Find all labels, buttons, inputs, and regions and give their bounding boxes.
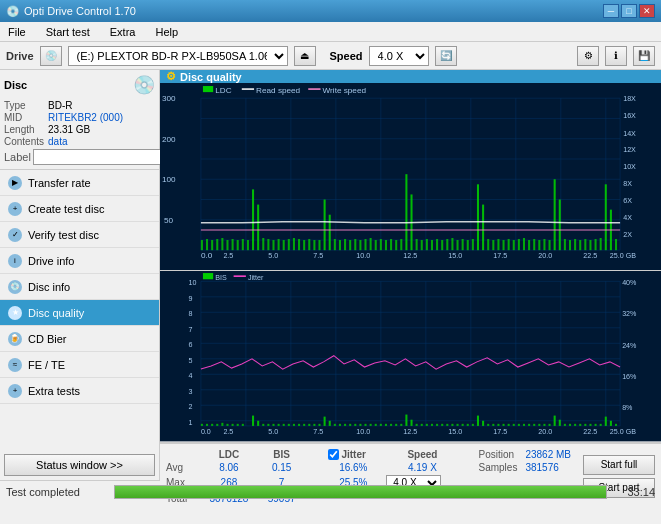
info-button[interactable]: ℹ <box>605 46 627 66</box>
svg-rect-58 <box>390 239 392 250</box>
top-chart-section: 300 200 100 50 0.0 18X 16X 14X 12X 10X 8… <box>160 83 661 271</box>
svg-text:15.0: 15.0 <box>448 252 462 260</box>
nav-label-extra-tests: Extra tests <box>28 385 80 397</box>
avg-bis: 0.15 <box>263 461 309 474</box>
bottom-chart-section: 10 9 8 7 6 5 4 3 2 1 0.0 40% 32% 24% 16% <box>160 271 661 442</box>
create-test-disc-icon: + <box>8 202 22 216</box>
svg-rect-35 <box>272 240 274 250</box>
svg-text:18X: 18X <box>623 95 636 103</box>
nav-label-create-test-disc: Create test disc <box>28 203 104 215</box>
sidebar-item-extra-tests[interactable]: + Extra tests <box>0 378 159 404</box>
svg-rect-227 <box>569 424 571 426</box>
svg-rect-28 <box>237 240 239 250</box>
svg-rect-87 <box>538 240 540 250</box>
svg-rect-214 <box>503 424 505 426</box>
svg-rect-263 <box>203 274 213 280</box>
jitter-header: Jitter <box>328 448 386 461</box>
svg-rect-76 <box>482 205 484 251</box>
svg-rect-21 <box>201 240 203 250</box>
progress-bar-background <box>114 485 607 499</box>
svg-text:5: 5 <box>189 356 193 365</box>
svg-rect-94 <box>574 239 576 250</box>
svg-rect-93 <box>569 240 571 250</box>
svg-rect-196 <box>411 420 413 426</box>
col-header-bis: BIS <box>263 448 309 461</box>
svg-text:12.5: 12.5 <box>403 428 417 437</box>
sidebar-item-cd-bier[interactable]: 🍺 CD Bier <box>0 326 159 352</box>
sidebar-item-disc-quality[interactable]: ★ Disc quality <box>0 300 159 326</box>
svg-rect-201 <box>436 424 438 426</box>
sidebar-item-fe-te[interactable]: ≈ FE / TE <box>0 352 159 378</box>
disc-info-icon: 💿 <box>8 280 22 294</box>
nav-label-cd-bier: CD Bier <box>28 333 67 345</box>
menu-help[interactable]: Help <box>151 25 182 39</box>
jitter-checkbox[interactable] <box>328 449 339 460</box>
drive-select[interactable]: (E:) PLEXTOR BD-R PX-LB950SA 1.06 <box>68 46 288 66</box>
svg-rect-102 <box>615 239 617 250</box>
chart-title: Disc quality <box>180 71 242 83</box>
speed-select[interactable]: 4.0 X <box>369 46 429 66</box>
svg-text:40%: 40% <box>622 279 637 288</box>
save-button[interactable]: 💾 <box>633 46 655 66</box>
svg-rect-83 <box>518 239 520 250</box>
svg-rect-198 <box>421 424 423 426</box>
svg-text:5.0: 5.0 <box>268 252 278 260</box>
chart-header: ⚙ Disc quality <box>160 70 661 83</box>
nav-label-transfer-rate: Transfer rate <box>28 177 91 189</box>
disc-quality-icon: ★ <box>8 306 22 320</box>
svg-rect-23 <box>211 240 213 250</box>
maximize-button[interactable]: □ <box>621 4 637 18</box>
svg-rect-42 <box>308 239 310 250</box>
svg-rect-41 <box>303 240 305 250</box>
svg-text:10X: 10X <box>623 163 636 171</box>
svg-rect-52 <box>359 240 361 250</box>
svg-rect-171 <box>283 424 285 426</box>
svg-text:300: 300 <box>162 94 176 103</box>
svg-text:12X: 12X <box>623 146 636 154</box>
length-value: 23.31 GB <box>48 124 155 135</box>
svg-rect-32 <box>257 205 259 251</box>
svg-text:8%: 8% <box>622 404 633 413</box>
sidebar-item-transfer-rate[interactable]: ▶ Transfer rate <box>0 170 159 196</box>
settings-button[interactable]: ⚙ <box>577 46 599 66</box>
svg-rect-236 <box>615 424 617 426</box>
menu-extra[interactable]: Extra <box>106 25 140 39</box>
svg-text:2.5: 2.5 <box>223 252 233 260</box>
refresh-button[interactable]: 🔄 <box>435 46 457 66</box>
svg-text:17.5: 17.5 <box>493 252 507 260</box>
status-window-button[interactable]: Status window >> <box>4 454 155 476</box>
label-input[interactable] <box>33 149 166 165</box>
svg-rect-232 <box>595 424 597 426</box>
svg-rect-190 <box>380 424 382 426</box>
menu-start-test[interactable]: Start test <box>42 25 94 39</box>
eject-button[interactable]: ⏏ <box>294 46 316 66</box>
title-bar: 💿 Opti Drive Control 1.70 ─ □ ✕ <box>0 0 661 22</box>
svg-rect-59 <box>395 240 397 250</box>
svg-rect-216 <box>513 424 515 426</box>
sidebar-item-create-test-disc[interactable]: + Create test disc <box>0 196 159 222</box>
svg-rect-82 <box>513 240 515 250</box>
svg-rect-26 <box>226 240 228 250</box>
start-full-button[interactable]: Start full <box>583 455 655 475</box>
svg-rect-224 <box>554 416 556 426</box>
svg-rect-100 <box>605 184 607 250</box>
svg-text:1: 1 <box>189 418 193 427</box>
avg-jitter: 16.6% <box>328 461 386 474</box>
svg-text:4: 4 <box>189 372 193 381</box>
svg-rect-164 <box>242 424 244 426</box>
svg-rect-68 <box>441 240 443 250</box>
minimize-button[interactable]: ─ <box>603 4 619 18</box>
nav-label-disc-info: Disc info <box>28 281 70 293</box>
svg-text:50: 50 <box>164 216 174 225</box>
sidebar-item-verify-test-disc[interactable]: ✓ Verify test disc <box>0 222 159 248</box>
close-button[interactable]: ✕ <box>639 4 655 18</box>
svg-text:8X: 8X <box>623 180 632 188</box>
svg-rect-38 <box>288 239 290 250</box>
sidebar-item-drive-info[interactable]: i Drive info <box>0 248 159 274</box>
menu-file[interactable]: File <box>4 25 30 39</box>
type-value: BD-R <box>48 100 155 111</box>
svg-text:6X: 6X <box>623 197 632 205</box>
svg-rect-197 <box>416 424 418 426</box>
svg-rect-36 <box>278 239 280 250</box>
sidebar-item-disc-info[interactable]: 💿 Disc info <box>0 274 159 300</box>
